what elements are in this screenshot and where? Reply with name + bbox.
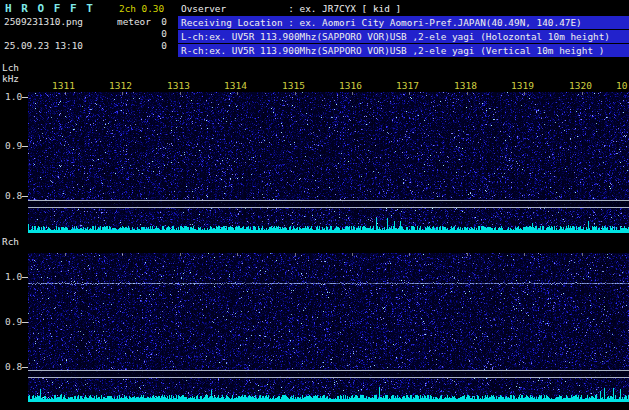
app-version: 2ch 0.30 <box>119 3 164 14</box>
hrofft-output-window: H R O F F T 2ch 0.30 2509231310.png mete… <box>0 0 629 410</box>
time-axis-label: 10 <box>616 81 627 91</box>
echo-count-3: 0 <box>153 40 167 52</box>
time-axis-label: 1320 <box>569 81 592 91</box>
mode-label: meteor <box>117 16 151 28</box>
time-axis-label: 1312 <box>109 81 132 91</box>
freq-axis-label: 0.8 <box>5 362 22 372</box>
freq-axis-label: 0.9 <box>5 141 22 151</box>
app-title: H R O F F T <box>5 2 94 15</box>
freq-tick-mark <box>22 146 28 147</box>
lch-spectrogram <box>28 92 629 233</box>
freq-axis-label: 1.0 <box>5 92 22 102</box>
time-axis-label: 1313 <box>167 81 190 91</box>
freq-tick-mark <box>22 277 28 278</box>
receiving-location-line: Receiving Location : ex. Aomori City Aom… <box>178 16 629 29</box>
time-axis-label: 1311 <box>52 81 75 91</box>
echo-count-1: 0 <box>153 16 167 28</box>
station-info-block: Ovserver : ex. JR7CYX [ kid ] Receiving … <box>178 2 629 58</box>
freq-tick-mark <box>22 97 28 98</box>
datetime-label: 25.09.23 13:10 <box>4 40 83 52</box>
time-axis-label: 1318 <box>454 81 477 91</box>
output-filename: 2509231310.png <box>4 16 83 28</box>
time-axis-label: 1316 <box>339 81 362 91</box>
echo-count-2: 0 <box>153 28 167 40</box>
freq-axis-label: 0.8 <box>5 191 22 201</box>
rch-spectrogram <box>28 253 629 402</box>
time-axis-label: 1314 <box>224 81 247 91</box>
lch-config-line: L-ch:ex. UV5R 113.900Mhz(SAPPORO VOR)USB… <box>178 30 629 43</box>
freq-tick-mark <box>22 367 28 368</box>
freq-tick-mark <box>22 322 28 323</box>
freq-tick-mark <box>22 196 28 197</box>
time-axis-label: 1319 <box>511 81 534 91</box>
time-axis-label: 1315 <box>282 81 305 91</box>
freq-axis-label: 1.0 <box>5 272 22 282</box>
freq-axis-label: 0.9 <box>5 317 22 327</box>
time-axis-label: 1317 <box>396 81 419 91</box>
time-axis: 1311131213131314131513161317131813191320… <box>0 81 629 92</box>
rch-config-line: R-ch:ex. UV5R 113.900Mhz(SAPPORO VOR)USB… <box>178 44 629 57</box>
rch-channel-label: Rch <box>2 236 19 248</box>
observer-line: Ovserver : ex. JR7CYX [ kid ] <box>178 2 629 15</box>
